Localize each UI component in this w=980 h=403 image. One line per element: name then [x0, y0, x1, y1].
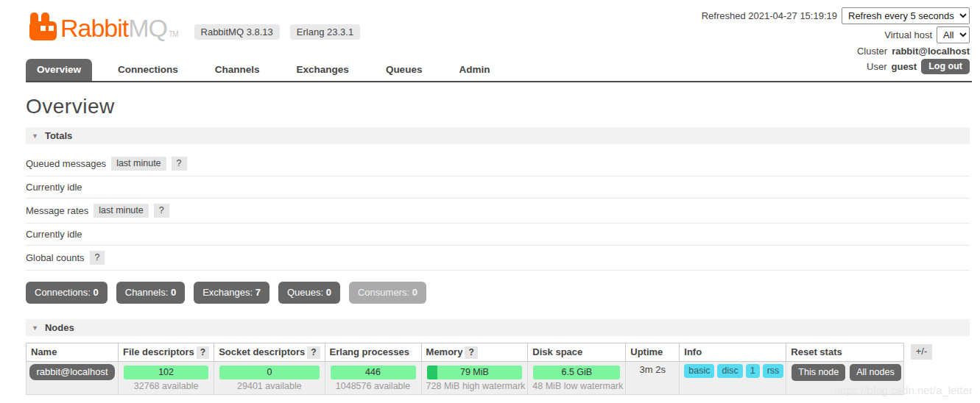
- info-badges: basic disc 1 rss: [682, 364, 783, 378]
- collapse-arrow-icon: ▼: [32, 324, 38, 332]
- collapse-arrow-icon: ▼: [32, 132, 38, 140]
- channels-count-button[interactable]: Channels: 0: [116, 282, 185, 304]
- queued-messages-row: Queued messages last minute ?: [26, 151, 970, 176]
- node-row: rabbit@localhost 102 32768 available 0 2…: [27, 362, 904, 395]
- reset-all-nodes-button[interactable]: All nodes: [850, 364, 900, 381]
- file-descriptors-bar: 102: [124, 365, 208, 379]
- page-title: Overview: [26, 95, 970, 118]
- header: RabbitMQTM RabbitMQ 3.8.13 Erlang 23.3.1…: [0, 0, 980, 82]
- memory-cell: 79 MiB 728 MiB high watermark: [421, 362, 528, 395]
- rates-idle-label: Currently idle: [26, 229, 82, 240]
- info-badge-disc: disc: [717, 364, 742, 378]
- virtual-host-row: Virtual host All: [884, 26, 970, 43]
- memory-watermark: 728 MiB high watermark: [424, 381, 526, 391]
- erlang-processes-value: 446: [331, 365, 416, 379]
- uptime-value: 3m 2s: [640, 364, 666, 375]
- consumers-count-value: 0: [412, 287, 417, 298]
- col-info: Info: [680, 343, 786, 362]
- global-counts-help-icon[interactable]: ?: [90, 251, 105, 265]
- tab-queues[interactable]: Queues: [375, 59, 434, 81]
- reset-buttons: This node All nodes: [789, 364, 900, 381]
- global-counts-label: Global counts: [26, 252, 85, 263]
- exchanges-count-value: 7: [255, 287, 261, 298]
- col-reset-stats-label: Reset stats: [791, 346, 842, 357]
- message-rates-period-chip[interactable]: last minute: [94, 204, 148, 218]
- uptime-cell: 3m 2s: [626, 362, 680, 395]
- logo-rabbit-text: Rabbit: [60, 14, 128, 42]
- memory-help-icon[interactable]: ?: [465, 346, 477, 359]
- csdn-watermark: https://blog.csdn.net/a_letter: [834, 384, 973, 396]
- tab-connections[interactable]: Connections: [107, 59, 189, 81]
- queues-count-value: 0: [326, 287, 331, 298]
- col-disk-space-label: Disk space: [532, 346, 582, 357]
- refresh-interval-select[interactable]: Refresh every 5 seconds: [842, 7, 970, 24]
- erlang-processes-available: 1048576 available: [328, 381, 419, 391]
- logo-mq-text: MQ: [128, 14, 167, 42]
- col-reset-stats: Reset stats: [786, 343, 903, 362]
- channels-count-value: 0: [171, 287, 176, 298]
- virtual-host-label: Virtual host: [884, 29, 932, 40]
- refreshed-row: Refreshed 2021-04-27 15:19:19 Refresh ev…: [702, 7, 970, 24]
- queues-count-button[interactable]: Queues: 0: [278, 282, 340, 304]
- info-badge-basic: basic: [684, 364, 714, 378]
- disk-space-value: 6.5 GiB: [533, 365, 620, 379]
- col-info-label: Info: [684, 346, 702, 357]
- node-name-cell: rabbit@localhost: [27, 362, 119, 395]
- col-uptime-label: Uptime: [630, 346, 663, 357]
- col-file-descriptors-label: File descriptors: [123, 346, 194, 357]
- queued-messages-help-icon[interactable]: ?: [172, 157, 187, 171]
- connections-count-label: Connections:: [35, 287, 91, 298]
- message-rates-row: Message rates last minute ?: [26, 199, 970, 224]
- info-cell: basic disc 1 rss: [680, 362, 786, 395]
- erlang-version-badge: Erlang 23.3.1: [290, 24, 360, 40]
- col-memory-label: Memory: [426, 346, 463, 357]
- info-badge-plugins: 1: [746, 364, 760, 378]
- totals-section-title: Totals: [45, 130, 72, 141]
- col-memory: Memory?: [421, 343, 528, 362]
- queued-messages-period-chip[interactable]: last minute: [111, 157, 166, 171]
- connections-count-button[interactable]: Connections: 0: [26, 282, 107, 304]
- reset-this-node-button[interactable]: This node: [792, 364, 845, 381]
- nodes-table: Name File descriptors? Socket descriptor…: [26, 343, 904, 395]
- main-content: Overview ▼ Totals Queued messages last m…: [0, 95, 980, 403]
- queued-idle-label: Currently idle: [26, 182, 82, 193]
- rates-idle-row: Currently idle: [26, 224, 970, 246]
- socket-descriptors-available: 29401 available: [216, 381, 322, 391]
- erlang-processes-bar: 446: [331, 365, 416, 379]
- version-badges: RabbitMQ 3.8.13 Erlang 23.3.1: [194, 24, 361, 40]
- logo-tm-text: TM: [169, 30, 177, 38]
- tab-channels[interactable]: Channels: [204, 59, 271, 81]
- global-counts-buttons: Connections: 0 Channels: 0 Exchanges: 7 …: [26, 282, 970, 304]
- file-descriptors-available: 32768 available: [121, 381, 211, 391]
- queued-idle-row: Currently idle: [26, 176, 970, 199]
- virtual-host-select[interactable]: All: [937, 26, 970, 43]
- exchanges-count-button[interactable]: Exchanges: 7: [194, 282, 269, 304]
- rabbitmq-logo-icon: [29, 12, 57, 43]
- tab-overview[interactable]: Overview: [26, 59, 92, 81]
- col-erlang-processes: Erlang processes: [325, 343, 421, 362]
- socket-descriptors-help-icon[interactable]: ?: [307, 346, 320, 359]
- message-rates-help-icon[interactable]: ?: [154, 204, 169, 218]
- refreshed-label: Refreshed 2021-04-27 15:19:19: [702, 10, 837, 21]
- nodes-section-header[interactable]: ▼ Nodes: [26, 319, 970, 336]
- socket-descriptors-bar: 0: [219, 365, 319, 379]
- file-descriptors-cell: 102 32768 available: [119, 362, 214, 395]
- file-descriptors-value: 102: [124, 365, 208, 379]
- rabbitmq-version-badge: RabbitMQ 3.8.13: [194, 24, 280, 40]
- cluster-name: rabbit@localhost: [892, 46, 970, 57]
- totals-section-header[interactable]: ▼ Totals: [26, 127, 970, 144]
- socket-descriptors-value: 0: [219, 365, 319, 379]
- logo: RabbitMQTM RabbitMQ 3.8.13 Erlang 23.3.1: [29, 12, 360, 43]
- toggle-columns-button[interactable]: +/-: [911, 344, 933, 360]
- node-name-badge[interactable]: rabbit@localhost: [29, 364, 114, 380]
- col-socket-descriptors-label: Socket descriptors: [219, 346, 305, 357]
- exchanges-count-label: Exchanges:: [202, 287, 253, 298]
- tab-exchanges[interactable]: Exchanges: [286, 59, 360, 81]
- memory-bar: 79 MiB: [427, 365, 523, 379]
- tab-admin[interactable]: Admin: [448, 59, 501, 81]
- col-disk-space: Disk space: [528, 343, 626, 362]
- cluster-label: Cluster: [857, 46, 887, 57]
- file-descriptors-help-icon[interactable]: ?: [197, 346, 209, 359]
- totals-rows: Queued messages last minute ? Currently …: [26, 151, 970, 271]
- queued-messages-label: Queued messages: [26, 158, 106, 169]
